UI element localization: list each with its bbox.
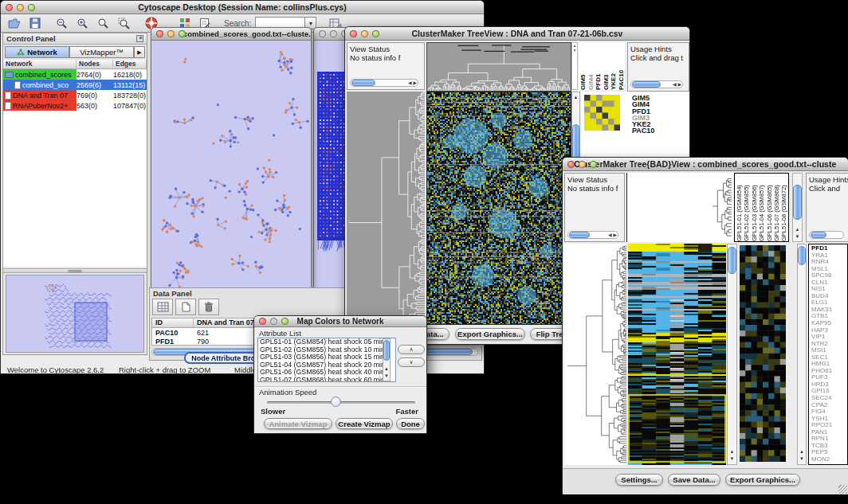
- heatmap-b[interactable]: [628, 244, 726, 465]
- close-button[interactable]: [259, 318, 266, 325]
- main-titlebar[interactable]: Cytoscape Desktop (Session Name: collins…: [1, 1, 484, 14]
- mini-heatmap[interactable]: [584, 95, 620, 131]
- close-button[interactable]: [156, 30, 163, 37]
- minimize-button[interactable]: [361, 30, 368, 37]
- attribute-list-item[interactable]: GPL51-07 (GSM868) heat shock 60 min: [260, 377, 395, 382]
- treeview-a-titlebar[interactable]: ClusterMaker TreeView : DNA and Tran 07-…: [345, 27, 689, 41]
- new-attribute-button[interactable]: [175, 299, 196, 315]
- close-button[interactable]: [350, 30, 357, 37]
- column-label[interactable]: GIM4: [587, 42, 595, 90]
- network1-canvas[interactable]: [151, 41, 311, 288]
- minimize-button[interactable]: [270, 318, 277, 325]
- attribute-grid-icon: [157, 302, 169, 312]
- select-attributes-button[interactable]: [152, 299, 173, 315]
- usage-hints-panel: Usage Hints Click and: [806, 173, 848, 242]
- column-label[interactable]: PAC10: [618, 42, 626, 90]
- column-label[interactable]: GPL51-08 (GSM872): [780, 174, 787, 241]
- resize-grip[interactable]: [838, 485, 847, 494]
- new-page-icon: [182, 302, 190, 312]
- birdseye-view[interactable]: [6, 275, 144, 353]
- zoom-button[interactable]: [590, 161, 597, 168]
- animate-vizmap-button[interactable]: Animate Vizmap: [264, 418, 332, 429]
- save-data-button[interactable]: Save Data...: [668, 474, 720, 486]
- zoom-button[interactable]: [179, 30, 186, 37]
- dialog-titlebar[interactable]: Map Colors to Network: [254, 316, 426, 327]
- column-label[interactable]: GPL51-01 (GSM854): [736, 174, 743, 241]
- map-colors-dialog[interactable]: Map Colors to Network Attribute List GPL…: [253, 315, 427, 434]
- open-session-button[interactable]: [6, 16, 22, 31]
- settings-button[interactable]: Settings...: [615, 474, 663, 486]
- zoom-heatmap-b[interactable]: [740, 245, 786, 462]
- column-label[interactable]: YKE2: [610, 42, 618, 90]
- close-button[interactable]: [6, 4, 13, 11]
- zoom-button[interactable]: [372, 30, 379, 37]
- tab-overflow-button[interactable]: ▶: [134, 46, 145, 58]
- zoom-button[interactable]: [28, 4, 35, 11]
- minimize-button[interactable]: [579, 161, 586, 168]
- network-table-row[interactable]: combined_sco 2569(6) 13112(15): [3, 80, 147, 90]
- save-icon: [29, 18, 41, 29]
- column-label[interactable]: GPL51-02 (GSM855): [743, 174, 750, 241]
- zoom-heatmap-vscrollbar[interactable]: ▲▼: [797, 244, 807, 465]
- network1-titlebar[interactable]: combined_scores_good.txt--cluste...: [151, 28, 311, 41]
- network-table-row[interactable]: RNAPuberNov2+ 563(0) 107847(0): [3, 100, 147, 111]
- speed-slider-track[interactable]: [267, 401, 415, 404]
- column-label[interactable]: GIM5: [579, 42, 587, 90]
- export-graphics-button[interactable]: Export Graphics...: [455, 328, 525, 340]
- row-dendrogram-b[interactable]: [564, 244, 626, 465]
- heatmap-a[interactable]: [426, 92, 571, 325]
- zoom-in-button[interactable]: [74, 16, 91, 31]
- tab-vizmapper[interactable]: VizMapper™: [69, 46, 134, 58]
- usage-hints-text: Click and drag t: [630, 53, 686, 62]
- zoom-actual-button[interactable]: [95, 16, 112, 31]
- move-up-button[interactable]: ∧: [398, 345, 425, 354]
- view-status-scrollbar[interactable]: ◀ ▶: [567, 231, 618, 239]
- column-dendrogram-a[interactable]: [426, 42, 571, 92]
- float-panel-icon[interactable]: [136, 35, 143, 42]
- network-table-row[interactable]: combined_scores 2764(0) 16218(0): [3, 69, 147, 80]
- column-label[interactable]: GPL51-06 (GSM865): [766, 174, 773, 241]
- minimize-button[interactable]: [167, 30, 175, 37]
- speed-slider-thumb[interactable]: [331, 397, 341, 407]
- column-header-id[interactable]: ID: [152, 318, 194, 327]
- move-down-button[interactable]: ∨: [398, 357, 425, 367]
- heatmap-b-vscrollbar[interactable]: ▲▼: [727, 244, 737, 465]
- panel-splitter[interactable]: [3, 268, 147, 273]
- birdseye-canvas[interactable]: [6, 275, 144, 353]
- column-dendrogram-b[interactable]: [626, 173, 733, 242]
- row-dendrogram-a[interactable]: [347, 92, 425, 323]
- export-graphics-button[interactable]: Export Graphics...: [725, 474, 800, 486]
- view-status-scrollbar[interactable]: ◀ ▶: [350, 79, 418, 87]
- save-session-button[interactable]: [26, 16, 43, 31]
- row-label[interactable]: PAC10: [632, 127, 654, 134]
- treeview-b-titlebar[interactable]: ClusterMaker Tree{BAD}View : combined_sc…: [563, 158, 848, 171]
- column-tree-scrollbar[interactable]: ▲▼: [571, 42, 578, 90]
- zoom-out-button[interactable]: [53, 16, 70, 31]
- usage-hints-scrollbar[interactable]: ◀ ▶: [630, 80, 683, 88]
- column-label[interactable]: PFD1: [595, 42, 603, 90]
- done-button[interactable]: Done: [396, 418, 425, 429]
- column-labels-scrollbar[interactable]: ▲▼: [792, 173, 803, 242]
- usage-hints-scrollbar[interactable]: [809, 231, 844, 239]
- column-label[interactable]: GPL51-04 (GSM857): [758, 174, 765, 241]
- gene-label[interactable]: MON2: [811, 456, 847, 463]
- column-label[interactable]: GPL51-03 (GSM856): [751, 174, 758, 241]
- zoom-button[interactable]: [281, 318, 289, 325]
- close-button[interactable]: [567, 161, 575, 168]
- tab-network[interactable]: Network: [5, 46, 69, 58]
- treeview-window-combined[interactable]: ClusterMaker Tree{BAD}View : combined_sc…: [562, 157, 848, 494]
- treeview-b-title: ClusterMaker Tree{BAD}View : combined_sc…: [574, 159, 836, 169]
- minimize-button[interactable]: [330, 30, 337, 37]
- view-status-text: No status info f: [350, 53, 422, 62]
- minimize-button[interactable]: [17, 4, 24, 11]
- close-button[interactable]: [319, 30, 326, 37]
- column-label[interactable]: GPL51-07 (GSM868): [773, 174, 780, 241]
- network-table-row[interactable]: DNA and Tran 07 769(0) 183728(0): [3, 90, 147, 100]
- zoom-selected-button[interactable]: [116, 16, 132, 31]
- network-icon-small: [5, 92, 11, 100]
- attribute-list-scrollbar[interactable]: ▲▼: [383, 338, 391, 381]
- network-view-window-1[interactable]: combined_scores_good.txt--cluste...: [151, 27, 312, 288]
- delete-attribute-button[interactable]: [198, 299, 219, 315]
- create-vizmap-button[interactable]: Create Vizmap: [336, 418, 393, 429]
- column-label[interactable]: GIM3: [603, 42, 610, 90]
